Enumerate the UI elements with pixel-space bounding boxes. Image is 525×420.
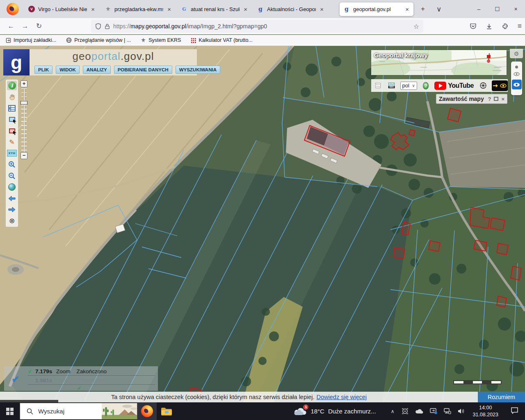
display-share-icon[interactable] <box>430 408 437 414</box>
network-icon[interactable] <box>444 408 451 414</box>
cookie-more-link[interactable]: Dowiedz się więcej <box>317 394 367 400</box>
map-contents-panel-header[interactable]: Zawartość mapy ? × <box>436 94 507 104</box>
select-by-rectangle-red-button[interactable] <box>7 126 17 135</box>
zoom-out-button[interactable]: − <box>21 152 27 159</box>
building-outline[interactable] <box>511 266 521 280</box>
taskbar-explorer-button[interactable] <box>157 402 176 420</box>
building-outline[interactable] <box>497 243 508 255</box>
visibility-blue-button[interactable] <box>512 80 522 89</box>
zoom-slider-handle[interactable] <box>21 101 27 105</box>
bookmark-ekrs[interactable]: System EKRS <box>141 37 181 43</box>
tab-ekw[interactable]: przegladarka-ekw.ms.gov × <box>101 2 176 16</box>
tab-virgo[interactable]: V Virgo - Lubelskie Nieruch × <box>25 2 99 16</box>
pan-tool-button[interactable] <box>7 92 17 102</box>
tab-close-icon[interactable]: × <box>404 6 410 13</box>
building-outline[interactable] <box>402 222 410 235</box>
zoom-in-button[interactable]: + <box>21 80 27 87</box>
menu-widok[interactable]: WIDOK <box>56 66 80 74</box>
downloads-icon[interactable] <box>486 23 493 30</box>
layers-grid-icon[interactable] <box>375 82 381 89</box>
eye-small-icon[interactable] <box>514 72 520 76</box>
list-all-tabs-button[interactable]: ∨ <box>431 5 447 14</box>
chevron-down-icon: ∨ <box>412 83 415 88</box>
menu-analizy[interactable]: ANALIZY <box>83 66 111 74</box>
attribute-table-button[interactable] <box>7 103 17 113</box>
tray-chevron-up-icon[interactable]: ∧ <box>391 409 395 414</box>
start-button[interactable] <box>0 402 20 420</box>
search-input[interactable] <box>38 408 100 415</box>
next-view-button[interactable] <box>7 205 17 215</box>
wms-icon[interactable]: WMS <box>388 82 395 89</box>
building-outline[interactable] <box>490 218 505 231</box>
geoportal-logo[interactable]: g <box>3 49 30 75</box>
reload-button[interactable]: ↻ <box>32 22 46 30</box>
window-maximize-button[interactable]: ☐ <box>488 6 507 12</box>
layer-visibility-rail <box>511 62 522 95</box>
overview-minimap[interactable]: Geoportal krajowy <box>371 50 507 75</box>
tab-close-icon[interactable]: × <box>243 6 248 13</box>
help-button[interactable]: ? <box>423 82 429 89</box>
window-minimize-button[interactable]: – <box>470 6 488 12</box>
tab-google-search[interactable]: G atuat renal krs - Szukaj w × <box>177 2 252 16</box>
youtube-link[interactable]: YouTube <box>434 82 474 90</box>
map-viewport[interactable]: g geoportal.gov.pl PLIK WIDOK ANALIZY PO… <box>0 46 525 402</box>
previous-view-button[interactable] <box>7 194 17 203</box>
taskbar-search-box[interactable] <box>20 403 137 420</box>
building-outline[interactable] <box>497 296 507 307</box>
menu-pobieranie-danych[interactable]: POBIERANIE DANYCH <box>114 66 172 74</box>
building-outline[interactable] <box>429 241 440 251</box>
tree <box>258 357 267 365</box>
bookmark-star-icon[interactable]: ☆ <box>413 23 419 30</box>
pocket-icon[interactable] <box>470 23 477 30</box>
contrast-visibility-button[interactable] <box>492 80 508 91</box>
window-close-button[interactable]: × <box>507 6 525 12</box>
back-button[interactable]: ← <box>4 22 18 30</box>
bookmark-import[interactable]: Importuj zakładki... <box>6 37 56 43</box>
select-by-rectangle-button[interactable] <box>7 115 17 124</box>
weather-widget[interactable]: 1 18°C Duże zachmurz... <box>294 406 376 416</box>
panel-maximize-button[interactable] <box>494 97 498 101</box>
menu-wyszukiwania[interactable]: WYSZUKIWANIA <box>176 66 220 74</box>
tree <box>301 87 310 97</box>
panel-help-button[interactable]: ? <box>488 96 491 102</box>
bookmark-vat[interactable]: Kalkulator VAT (brutto... <box>191 37 252 43</box>
volume-icon[interactable] <box>458 408 465 414</box>
tab-aktualnosci[interactable]: g Aktualności - Geoportal K × <box>253 2 328 16</box>
clear-selection-button[interactable]: ⊗ <box>7 216 17 226</box>
tracking-shield-icon[interactable] <box>95 23 101 30</box>
building-outline[interactable] <box>393 247 405 259</box>
tab-close-icon[interactable]: × <box>90 6 96 13</box>
zoom-in-tool-button[interactable] <box>7 160 17 169</box>
building-outline[interactable] <box>409 130 415 136</box>
menu-plik[interactable]: PLIK <box>34 66 52 74</box>
tray-app-icon[interactable] <box>402 408 409 415</box>
zoom-slider-track[interactable] <box>21 88 27 152</box>
settings-gear-button[interactable]: ⚙ <box>510 49 523 58</box>
onedrive-cloud-icon[interactable] <box>415 409 423 414</box>
draw-tool-button[interactable]: ✎ <box>7 137 17 147</box>
forward-button[interactable]: → <box>18 22 32 30</box>
building-outline[interactable] <box>447 108 461 122</box>
menu-hamburger-icon[interactable]: ≡ <box>518 22 522 30</box>
wheel-icon[interactable] <box>479 81 487 90</box>
panel-close-button[interactable]: × <box>501 96 504 102</box>
extensions-puzzle-icon[interactable] <box>502 23 509 30</box>
building-outline[interactable] <box>474 240 487 251</box>
full-extent-button[interactable] <box>7 183 17 192</box>
taskbar-firefox-button[interactable] <box>137 402 157 420</box>
new-tab-button[interactable]: + <box>415 5 431 13</box>
tab-close-icon[interactable]: × <box>167 6 172 13</box>
dot-icon[interactable] <box>515 66 518 68</box>
cookie-accept-button[interactable]: Rozumiem <box>478 392 525 402</box>
taskbar-clock[interactable]: 14:00 31.08.2023 <box>472 404 498 418</box>
url-bar[interactable]: https://mapy.geoportal.gov.pl/imap/Imgp_… <box>91 20 423 33</box>
tab-close-icon[interactable]: × <box>319 6 324 13</box>
tab-geoportal-active[interactable]: g geoportal.gov.pl × <box>340 2 413 16</box>
bookmark-przegladanie[interactable]: Przeglądanie wpisów | ... <box>66 37 131 43</box>
coordinates-xyh-button[interactable]: XYH <box>7 148 17 158</box>
action-center-button[interactable] <box>511 407 518 415</box>
zoom-out-tool-button[interactable] <box>7 171 17 180</box>
language-select[interactable]: pol ∨ <box>400 82 417 90</box>
lock-icon[interactable] <box>105 23 110 30</box>
identify-tool-button[interactable]: i <box>7 81 17 90</box>
